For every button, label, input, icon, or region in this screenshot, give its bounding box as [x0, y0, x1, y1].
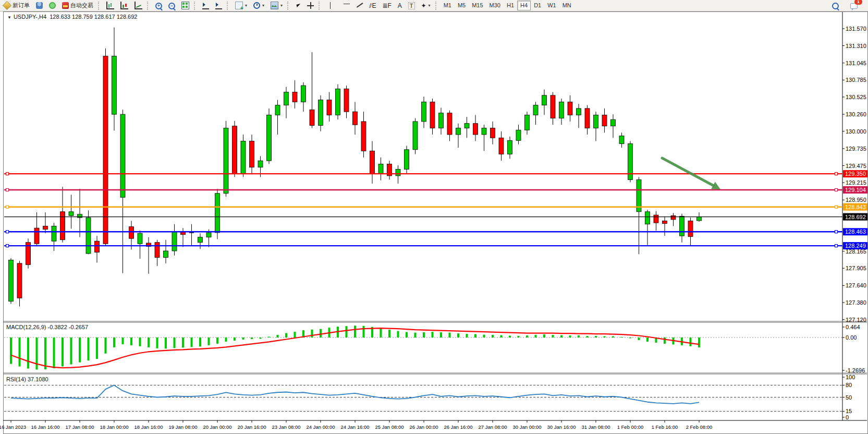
line-handle[interactable]	[835, 231, 838, 233]
macd-histogram-bar	[698, 337, 700, 347]
macd-histogram-bar	[346, 326, 348, 337]
macd-histogram-bar	[208, 337, 210, 345]
price-tick-label: 129.475	[846, 163, 866, 169]
bull-candle	[697, 217, 702, 221]
time-tick-label: 1 Feb 16:00	[652, 424, 678, 430]
bull-candle	[275, 105, 280, 115]
time-tick-label: 27 Jan 08:00	[479, 424, 507, 430]
bull-candle	[241, 141, 246, 174]
bull-candle	[525, 115, 530, 130]
bear-candle	[353, 112, 358, 125]
macd-histogram-bar	[225, 337, 227, 342]
macd-axis-label: 0.00	[846, 334, 857, 341]
bull-candle	[422, 102, 426, 122]
macd-histogram-bar	[148, 337, 150, 347]
macd-histogram-bar	[432, 332, 434, 337]
line-handle[interactable]	[835, 206, 838, 208]
macd-histogram-bar	[105, 337, 107, 354]
macd-histogram-bar	[380, 329, 382, 337]
line-handle[interactable]	[835, 173, 838, 175]
line-handle[interactable]	[6, 245, 9, 247]
bear-candle	[17, 263, 22, 298]
time-tick-label: 16 Jan 2023	[0, 424, 26, 430]
price-tick-label: 131.045	[846, 60, 866, 66]
macd-histogram-bar	[595, 336, 597, 337]
chart-title: ▼USDJPY-,H4 128.633 128.759 128.617 128.…	[7, 14, 137, 20]
bull-candle	[301, 86, 306, 102]
bear-candle	[43, 226, 48, 229]
price-badge-label: 129.104	[845, 187, 866, 193]
price-tick-label: 128.950	[846, 197, 866, 203]
line-handle[interactable]	[835, 188, 838, 191]
macd-axis-label: -1.2696	[846, 367, 865, 373]
bear-candle	[250, 141, 254, 167]
bull-candle	[69, 212, 74, 216]
time-tick-label: 23 Jan 08:00	[272, 424, 301, 430]
annotation-arrow-line[interactable]	[662, 158, 713, 185]
macd-histogram-bar	[526, 335, 528, 337]
macd-histogram-bar	[664, 337, 666, 344]
line-handle[interactable]	[835, 245, 838, 247]
rsi-axis-label: 50	[846, 394, 852, 401]
bull-candle	[138, 233, 142, 244]
macd-histogram-bar	[70, 337, 72, 365]
bull-candle	[120, 114, 125, 197]
macd-histogram-bar	[414, 333, 417, 337]
rsi-axis-label: 80	[846, 382, 852, 388]
macd-histogram-bar	[586, 336, 589, 337]
macd-histogram-bar	[260, 337, 262, 339]
macd-histogram-bar	[638, 337, 640, 340]
bull-candle	[680, 216, 684, 236]
bull-candle	[645, 212, 650, 224]
price-tick-label: 130.785	[846, 77, 866, 83]
bear-candle	[310, 110, 314, 125]
line-handle[interactable]	[6, 231, 9, 233]
time-tick-label: 17 Jan 08:00	[66, 424, 94, 430]
bear-candle	[361, 122, 366, 151]
price-badge-label: 129.350	[845, 171, 866, 177]
line-handle[interactable]	[6, 173, 9, 175]
macd-histogram-bar	[509, 336, 511, 337]
macd-histogram-bar	[268, 337, 270, 337]
bull-candle	[319, 100, 323, 126]
bull-candle	[258, 161, 263, 167]
macd-histogram-bar	[113, 337, 115, 347]
bear-candle	[473, 124, 478, 135]
macd-histogram-bar	[535, 335, 537, 337]
macd-histogram-bar	[234, 337, 236, 341]
bull-candle	[577, 108, 581, 115]
macd-histogram-bar	[466, 334, 468, 337]
bull-candle	[594, 115, 598, 128]
bull-candle	[86, 218, 91, 254]
time-tick-label: 26 Jan 00:00	[410, 424, 438, 430]
bull-candle	[456, 128, 461, 135]
bull-candle	[224, 128, 228, 193]
bull-candle	[482, 128, 486, 135]
macd-histogram-bar	[646, 337, 649, 342]
macd-histogram-bar	[629, 337, 631, 338]
bull-candle	[9, 260, 14, 302]
bull-candle	[619, 136, 624, 143]
bear-candle	[327, 100, 332, 115]
time-tick-label: 18 Jan 00:00	[100, 424, 129, 430]
bull-candle	[508, 140, 512, 154]
bull-candle	[198, 237, 203, 243]
macd-histogram-bar	[440, 332, 442, 337]
chevron-down-icon[interactable]: ▼	[7, 15, 11, 20]
macd-histogram-bar	[569, 335, 571, 337]
bull-candle	[336, 89, 340, 115]
price-tick-label: 129.215	[846, 179, 866, 186]
macd-histogram-bar	[397, 331, 399, 337]
macd-histogram-bar	[518, 336, 520, 337]
bear-candle	[671, 215, 676, 220]
line-handle[interactable]	[6, 188, 9, 191]
price-tick-label: 129.735	[846, 146, 866, 152]
line-handle[interactable]	[6, 206, 9, 208]
bear-candle	[370, 151, 375, 174]
macd-histogram-bar	[130, 337, 132, 345]
macd-histogram-bar	[53, 337, 55, 368]
bear-candle	[447, 113, 452, 135]
rsi-axis-label: 0	[846, 414, 849, 420]
bull-candle	[284, 92, 289, 105]
bear-candle	[568, 102, 572, 115]
